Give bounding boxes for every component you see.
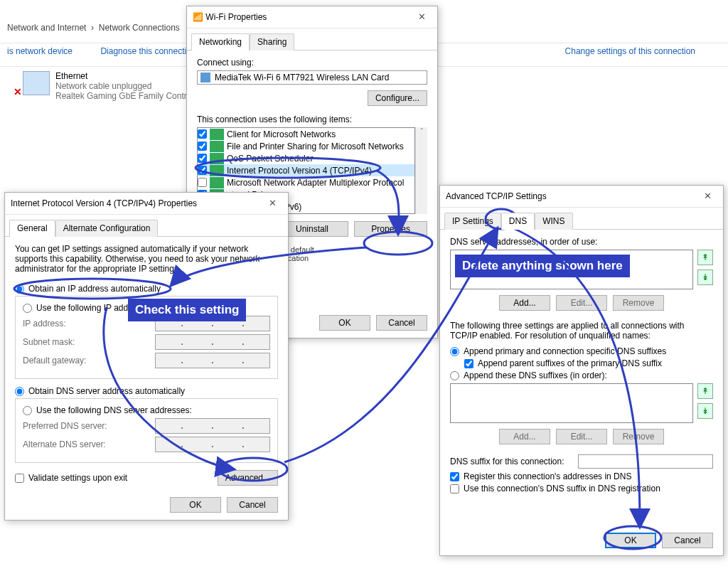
advanced-button[interactable]: Advanced...	[218, 470, 278, 486]
ethernet-device: Realtek Gaming GbE Family Contro	[55, 91, 191, 101]
ipv4-properties-window: Internet Protocol Version 4 (TCP/IPv4) P…	[4, 192, 289, 521]
wifi-title: Wi-Fi Properties	[205, 12, 412, 22]
close-icon[interactable]: ✕	[262, 196, 282, 210]
alternate-dns-label: Alternate DNS server:	[23, 439, 122, 449]
ethernet-icon	[23, 71, 50, 95]
wifi-ok-button[interactable]: OK	[319, 315, 370, 331]
chk-multiplexor[interactable]	[198, 178, 207, 187]
gateway-label: Default gateway:	[23, 356, 122, 365]
advanced-ok-button[interactable]: OK	[605, 533, 656, 548]
advanced-cancel-button[interactable]: Cancel	[662, 533, 713, 548]
dns-servers-listbox[interactable]	[450, 250, 693, 289]
preferred-dns-label: Preferred DNS server:	[23, 421, 122, 431]
tab-sharing[interactable]: Sharing	[250, 33, 294, 50]
radio-append-primary[interactable]: Append primary and connection specific D…	[450, 346, 713, 356]
connect-using-label: Connect using:	[197, 58, 427, 68]
adapter-field[interactable]: MediaTek Wi-Fi 6 MT7921 Wireless LAN Car…	[197, 70, 427, 85]
cmd-diagnose[interactable]: Diagnose this connection	[100, 46, 196, 56]
dns-edit-button: Edit...	[556, 295, 607, 311]
suffix-edit-button: Edit...	[556, 429, 607, 444]
validate-checkbox[interactable]: Validate settings upon exit	[15, 473, 127, 483]
chk-register-dns[interactable]: Register this connection's addresses in …	[450, 471, 713, 481]
suffix-down-button[interactable]: ↡	[697, 403, 713, 419]
ethernet-title: Ethernet	[55, 71, 191, 81]
wifi-cancel-button[interactable]: Cancel	[376, 315, 427, 331]
properties-button[interactable]: Properties	[354, 221, 427, 237]
suffix-up-button[interactable]: ↟	[697, 383, 713, 399]
uses-label: This connection uses the following items…	[197, 114, 427, 124]
tab-general[interactable]: General	[9, 220, 55, 237]
radio-static-dns[interactable]: Use the following DNS server addresses:	[23, 405, 270, 415]
ipv4-title: Internet Protocol Version 4 (TCP/IPv4) P…	[11, 198, 262, 208]
subnet-mask-label: Subnet mask:	[23, 337, 122, 347]
breadcrumb-parent[interactable]: Network and Internet	[7, 23, 86, 33]
chk-ipv4[interactable]	[198, 166, 207, 175]
advanced-title: Advanced TCP/IP Settings	[446, 191, 697, 201]
tab-dns[interactable]: DNS	[501, 213, 535, 230]
dns-remove-button: Remove	[613, 295, 664, 311]
dns-suffix-input[interactable]	[578, 454, 713, 469]
chk-qos[interactable]	[198, 154, 207, 163]
dns-note: The following three settings are applied…	[450, 321, 713, 341]
ethernet-status: Network cable unplugged	[55, 81, 191, 91]
listbox-scrollbar[interactable]: ˄	[415, 127, 427, 214]
tab-networking[interactable]: Networking	[191, 33, 250, 50]
chk-append-parent[interactable]: Append parent suffixes of the primary DN…	[464, 358, 713, 368]
dns-add-button[interactable]: Add...	[499, 295, 550, 311]
adapter-icon	[200, 73, 210, 82]
preferred-dns-field: .. .	[155, 418, 270, 434]
dns-order-label: DNS server addresses, in order of use:	[450, 237, 713, 247]
ip-address-field: .. .	[155, 316, 270, 331]
chk-client[interactable]	[198, 129, 207, 139]
ipv4-cancel-button[interactable]: Cancel	[227, 497, 278, 513]
suffix-remove-button: Remove	[613, 429, 664, 444]
chk-fileprint[interactable]	[198, 142, 207, 151]
move-up-button[interactable]: ↟	[697, 250, 713, 265]
breadcrumb-current[interactable]: Network Connections	[99, 23, 180, 33]
alternate-dns-field: .. .	[155, 437, 270, 452]
ip-address-label: IP address:	[23, 319, 122, 329]
cmd-disable[interactable]: is network device	[7, 46, 73, 56]
dns-suffix-label: DNS suffix for this connection:	[450, 457, 564, 466]
tab-ip-settings[interactable]: IP Settings	[444, 213, 501, 230]
advanced-tcpip-window: Advanced TCP/IP Settings ✕ IP Settings D…	[439, 185, 724, 556]
chk-use-suffix[interactable]: Use this connection's DNS suffix in DNS …	[450, 484, 713, 493]
close-icon[interactable]: ✕	[412, 10, 432, 24]
dns-suffix-listbox[interactable]	[450, 383, 693, 423]
ethernet-adapter-item[interactable]: Ethernet Network cable unplugged Realtek…	[23, 71, 191, 101]
radio-auto-dns[interactable]: Obtain DNS server address automatically	[15, 386, 278, 396]
configure-button[interactable]: Configure...	[368, 90, 427, 106]
wifi-icon: 📶	[193, 12, 205, 22]
cmd-change-settings[interactable]: Change settings of this connection	[565, 46, 695, 56]
suffix-add-button: Add...	[499, 429, 550, 444]
gateway-field: .. .	[155, 353, 270, 368]
ipv4-intro: You can get IP settings assigned automat…	[15, 244, 278, 274]
ipv4-ok-button[interactable]: OK	[170, 497, 221, 513]
move-down-button[interactable]: ↡	[697, 270, 713, 285]
tab-wins[interactable]: WINS	[535, 213, 572, 230]
subnet-mask-field: .. .	[155, 334, 270, 350]
close-icon[interactable]: ✕	[697, 189, 717, 203]
tab-alternate[interactable]: Alternate Configuration	[55, 220, 159, 237]
radio-append-these[interactable]: Append these DNS suffixes (in order):	[450, 370, 713, 380]
radio-auto-ip[interactable]: Obtain an IP address automatically	[15, 284, 278, 294]
radio-static-ip[interactable]: Use the following IP address:	[23, 303, 270, 313]
